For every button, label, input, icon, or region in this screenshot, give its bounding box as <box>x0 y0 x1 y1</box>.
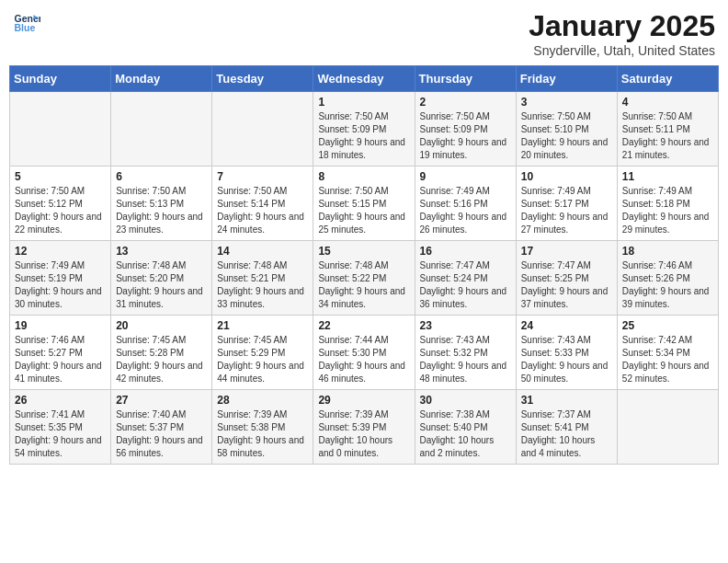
calendar-cell: 23 Sunrise: 7:43 AMSunset: 5:32 PMDaylig… <box>415 316 516 390</box>
day-info: Sunrise: 7:46 AMSunset: 5:26 PMDaylight:… <box>622 259 713 311</box>
day-number: 31 <box>521 394 612 407</box>
calendar-cell: 28 Sunrise: 7:39 AMSunset: 5:38 PMDaylig… <box>212 390 313 465</box>
calendar-cell: 24 Sunrise: 7:43 AMSunset: 5:33 PMDaylig… <box>516 316 617 390</box>
weekday-header-monday: Monday <box>111 66 212 92</box>
day-number: 6 <box>116 170 207 183</box>
calendar-cell: 17 Sunrise: 7:47 AMSunset: 5:25 PMDaylig… <box>516 241 617 316</box>
day-info: Sunrise: 7:41 AMSunset: 5:35 PMDaylight:… <box>15 408 106 460</box>
day-number: 16 <box>420 245 511 258</box>
day-number: 30 <box>420 394 511 407</box>
day-number: 3 <box>521 96 612 109</box>
day-info: Sunrise: 7:46 AMSunset: 5:27 PMDaylight:… <box>15 334 106 385</box>
calendar-cell: 10 Sunrise: 7:49 AMSunset: 5:17 PMDaylig… <box>516 167 617 241</box>
day-info: Sunrise: 7:50 AMSunset: 5:10 PMDaylight:… <box>521 110 612 162</box>
day-number: 19 <box>15 319 106 332</box>
day-info: Sunrise: 7:45 AMSunset: 5:28 PMDaylight:… <box>116 334 207 385</box>
title-block: January 2025 Snyderville, Utah, United S… <box>529 9 715 58</box>
calendar-cell: 14 Sunrise: 7:48 AMSunset: 5:21 PMDaylig… <box>212 241 313 316</box>
calendar-cell: 19 Sunrise: 7:46 AMSunset: 5:27 PMDaylig… <box>10 316 111 390</box>
calendar-cell: 25 Sunrise: 7:42 AMSunset: 5:34 PMDaylig… <box>617 316 718 390</box>
day-number: 2 <box>420 96 511 109</box>
calendar-cell: 3 Sunrise: 7:50 AMSunset: 5:10 PMDayligh… <box>516 92 617 167</box>
day-info: Sunrise: 7:50 AMSunset: 5:09 PMDaylight:… <box>318 110 409 162</box>
day-info: Sunrise: 7:44 AMSunset: 5:30 PMDaylight:… <box>318 334 409 385</box>
calendar-cell: 4 Sunrise: 7:50 AMSunset: 5:11 PMDayligh… <box>617 92 718 167</box>
day-number: 18 <box>622 245 713 258</box>
svg-text:Blue: Blue <box>15 22 36 33</box>
weekday-header-wednesday: Wednesday <box>313 66 415 92</box>
day-info: Sunrise: 7:50 AMSunset: 5:15 PMDaylight:… <box>318 185 409 236</box>
calendar-cell: 13 Sunrise: 7:48 AMSunset: 5:20 PMDaylig… <box>111 241 212 316</box>
day-info: Sunrise: 7:49 AMSunset: 5:16 PMDaylight:… <box>420 185 511 236</box>
day-number: 15 <box>318 245 409 258</box>
weekday-header-tuesday: Tuesday <box>212 66 313 92</box>
day-info: Sunrise: 7:43 AMSunset: 5:33 PMDaylight:… <box>521 334 612 385</box>
day-info: Sunrise: 7:48 AMSunset: 5:21 PMDaylight:… <box>217 259 308 311</box>
calendar-cell: 31 Sunrise: 7:37 AMSunset: 5:41 PMDaylig… <box>516 390 617 465</box>
calendar-cell: 11 Sunrise: 7:49 AMSunset: 5:18 PMDaylig… <box>617 167 718 241</box>
day-info: Sunrise: 7:38 AMSunset: 5:40 PMDaylight:… <box>420 408 511 460</box>
calendar-cell <box>212 92 313 167</box>
day-number: 5 <box>15 170 106 183</box>
calendar-cell: 7 Sunrise: 7:50 AMSunset: 5:14 PMDayligh… <box>212 167 313 241</box>
calendar-cell <box>10 92 111 167</box>
calendar-cell: 9 Sunrise: 7:49 AMSunset: 5:16 PMDayligh… <box>415 167 516 241</box>
weekday-header-row: SundayMondayTuesdayWednesdayThursdayFrid… <box>10 66 719 92</box>
day-info: Sunrise: 7:42 AMSunset: 5:34 PMDaylight:… <box>622 334 713 385</box>
day-info: Sunrise: 7:47 AMSunset: 5:24 PMDaylight:… <box>420 259 511 311</box>
day-number: 22 <box>318 319 409 332</box>
day-info: Sunrise: 7:50 AMSunset: 5:13 PMDaylight:… <box>116 185 207 236</box>
day-number: 4 <box>622 96 713 109</box>
calendar-cell: 20 Sunrise: 7:45 AMSunset: 5:28 PMDaylig… <box>111 316 212 390</box>
calendar-cell: 15 Sunrise: 7:48 AMSunset: 5:22 PMDaylig… <box>313 241 415 316</box>
day-number: 17 <box>521 245 612 258</box>
day-number: 28 <box>217 394 308 407</box>
calendar-table: SundayMondayTuesdayWednesdayThursdayFrid… <box>9 65 719 465</box>
calendar-cell: 5 Sunrise: 7:50 AMSunset: 5:12 PMDayligh… <box>10 167 111 241</box>
day-info: Sunrise: 7:50 AMSunset: 5:09 PMDaylight:… <box>420 110 511 162</box>
day-number: 14 <box>217 245 308 258</box>
weekday-header-sunday: Sunday <box>10 66 111 92</box>
day-number: 24 <box>521 319 612 332</box>
day-info: Sunrise: 7:48 AMSunset: 5:22 PMDaylight:… <box>318 259 409 311</box>
location-subtitle: Snyderville, Utah, United States <box>529 43 715 58</box>
page-header: General Blue January 2025 Snyderville, U… <box>9 9 719 58</box>
day-number: 27 <box>116 394 207 407</box>
day-number: 10 <box>521 170 612 183</box>
calendar-cell: 8 Sunrise: 7:50 AMSunset: 5:15 PMDayligh… <box>313 167 415 241</box>
day-number: 1 <box>318 96 409 109</box>
calendar-cell: 21 Sunrise: 7:45 AMSunset: 5:29 PMDaylig… <box>212 316 313 390</box>
day-info: Sunrise: 7:49 AMSunset: 5:18 PMDaylight:… <box>622 185 713 236</box>
day-info: Sunrise: 7:49 AMSunset: 5:19 PMDaylight:… <box>15 259 106 311</box>
day-info: Sunrise: 7:47 AMSunset: 5:25 PMDaylight:… <box>521 259 612 311</box>
calendar-cell: 16 Sunrise: 7:47 AMSunset: 5:24 PMDaylig… <box>415 241 516 316</box>
day-number: 23 <box>420 319 511 332</box>
day-info: Sunrise: 7:48 AMSunset: 5:20 PMDaylight:… <box>116 259 207 311</box>
day-number: 12 <box>15 245 106 258</box>
day-number: 13 <box>116 245 207 258</box>
calendar-week-row: 26 Sunrise: 7:41 AMSunset: 5:35 PMDaylig… <box>10 390 719 465</box>
day-info: Sunrise: 7:50 AMSunset: 5:12 PMDaylight:… <box>15 185 106 236</box>
day-number: 21 <box>217 319 308 332</box>
day-info: Sunrise: 7:43 AMSunset: 5:32 PMDaylight:… <box>420 334 511 385</box>
logo: General Blue <box>13 9 40 37</box>
day-info: Sunrise: 7:37 AMSunset: 5:41 PMDaylight:… <box>521 408 612 460</box>
month-title: January 2025 <box>529 9 715 43</box>
day-number: 9 <box>420 170 511 183</box>
calendar-cell <box>617 390 718 465</box>
day-info: Sunrise: 7:50 AMSunset: 5:11 PMDaylight:… <box>622 110 713 162</box>
day-number: 11 <box>622 170 713 183</box>
calendar-week-row: 12 Sunrise: 7:49 AMSunset: 5:19 PMDaylig… <box>10 241 719 316</box>
calendar-week-row: 19 Sunrise: 7:46 AMSunset: 5:27 PMDaylig… <box>10 316 719 390</box>
day-info: Sunrise: 7:39 AMSunset: 5:39 PMDaylight:… <box>318 408 409 460</box>
calendar-week-row: 1 Sunrise: 7:50 AMSunset: 5:09 PMDayligh… <box>10 92 719 167</box>
day-number: 29 <box>318 394 409 407</box>
day-number: 20 <box>116 319 207 332</box>
day-info: Sunrise: 7:45 AMSunset: 5:29 PMDaylight:… <box>217 334 308 385</box>
day-number: 25 <box>622 319 713 332</box>
calendar-cell: 2 Sunrise: 7:50 AMSunset: 5:09 PMDayligh… <box>415 92 516 167</box>
calendar-week-row: 5 Sunrise: 7:50 AMSunset: 5:12 PMDayligh… <box>10 167 719 241</box>
calendar-cell: 26 Sunrise: 7:41 AMSunset: 5:35 PMDaylig… <box>10 390 111 465</box>
calendar-cell: 30 Sunrise: 7:38 AMSunset: 5:40 PMDaylig… <box>415 390 516 465</box>
calendar-cell: 1 Sunrise: 7:50 AMSunset: 5:09 PMDayligh… <box>313 92 415 167</box>
